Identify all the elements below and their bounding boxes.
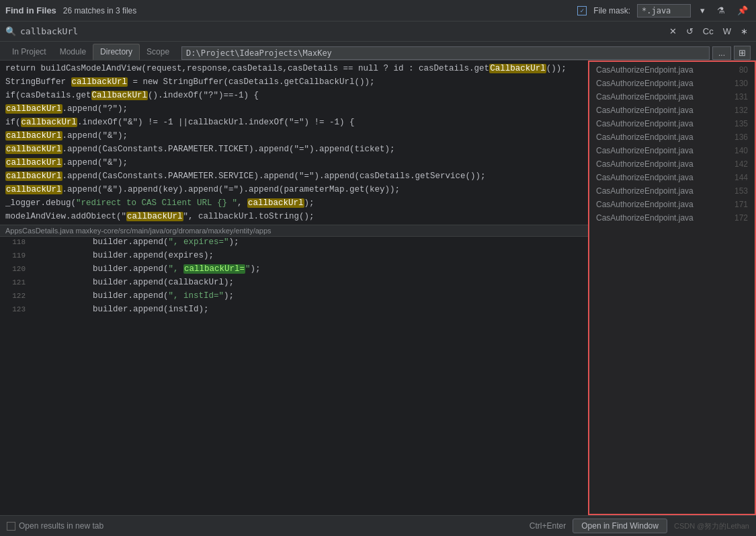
find-toolbar: Find in Files 26 matches in 3 files ✓ Fi… (0, 0, 756, 22)
file-separator: AppsCasDetails.java maxkey-core/src/main… (0, 225, 588, 237)
browse-button[interactable]: ... (712, 46, 731, 60)
file-list-item[interactable]: CasAuthorizeEndpoint.java 144 (589, 171, 755, 184)
file-list-item[interactable]: CasAuthorizeEndpoint.java 140 (589, 144, 755, 157)
refresh-button[interactable]: ↺ (683, 25, 696, 38)
pin-button[interactable]: 📌 (734, 4, 751, 17)
watermark: CSDN @努力的Lethan (674, 521, 749, 531)
code-line: _logger.debug("redirect to CAS Client UR… (0, 198, 588, 211)
case-sensitive-button[interactable]: Cc (700, 25, 716, 38)
regex-button[interactable]: ∗ (738, 25, 751, 38)
tab-module[interactable]: Module (53, 44, 93, 61)
separator-filename: AppsCasDetails.java (5, 227, 74, 235)
code-panel[interactable]: return buildCasModelAndView(request,resp… (0, 61, 588, 515)
tab-scope[interactable]: Scope (140, 44, 176, 61)
code-line-118: 118 builder.append(", expires="); (0, 237, 588, 250)
file-mask-label: File mask: (593, 6, 630, 15)
code-line: callbackUrl.append("&").append(key).appe… (0, 184, 588, 198)
separator-path-text: maxkey-core/src/main/java/org/dromara/ma… (76, 227, 271, 235)
code-line: callbackUrl.append("&"); (0, 130, 588, 144)
file-mask-dropdown[interactable]: ▾ (698, 4, 708, 17)
main-content: return buildCasModelAndView(request,resp… (0, 61, 756, 515)
code-line: modelAndView.addObiect("callbackUrl", ca… (0, 211, 588, 225)
code-line: if(callbackUrl.indexOf("&") != -1 ||call… (0, 117, 588, 130)
code-line: return buildCasModelAndView(request,resp… (0, 63, 588, 77)
tab-in-project[interactable]: In Project (5, 44, 53, 61)
code-line-122: 122 builder.append(", instId="); (0, 291, 588, 304)
file-list-item[interactable]: CasAuthorizeEndpoint.java 136 (589, 130, 755, 144)
file-list-panel[interactable]: CasAuthorizeEndpoint.java 80 CasAuthoriz… (588, 61, 756, 515)
search-query: callbackUrl (20, 26, 339, 36)
search-icon: 🔍 (5, 26, 16, 37)
match-count: 26 matches in 3 files (63, 6, 136, 15)
file-list-item[interactable]: CasAuthorizeEndpoint.java 142 (589, 157, 755, 171)
file-list-item[interactable]: CasAuthorizeEndpoint.java 80 (589, 63, 755, 77)
file-list-item[interactable]: CasAuthorizeEndpoint.java 153 (589, 184, 755, 198)
code-line-120: 120 builder.append(", callbackUrl="); (0, 264, 588, 277)
code-line: StringBuffer callbackUrl = new StringBuf… (0, 77, 588, 90)
code-line: callbackUrl.append("&"); (0, 157, 588, 171)
code-line: callbackUrl.append("?"); (0, 104, 588, 117)
file-list-item[interactable]: CasAuthorizeEndpoint.java 172 (589, 211, 755, 225)
directory-path-input[interactable] (181, 46, 710, 60)
file-mask-input[interactable] (637, 4, 691, 17)
file-list-item[interactable]: CasAuthorizeEndpoint.java 131 (589, 90, 755, 104)
code-line: if(casDetails.getCallbackUrl().indexOf("… (0, 90, 588, 104)
code-line: callbackUrl.append(CasConstants.PARAMETE… (0, 144, 588, 157)
whole-word-button[interactable]: W (720, 25, 734, 38)
code-line-119: 119 builder.append(expires); (0, 250, 588, 264)
close-search-button[interactable]: ✕ (667, 25, 679, 38)
open-new-tab-label[interactable]: Open results in new tab (7, 521, 103, 531)
layout-button[interactable]: ⊞ (734, 46, 751, 60)
checkbox-file-mask[interactable]: ✓ (577, 6, 587, 15)
code-line-121: 121 builder.append(callbackUrl); (0, 277, 588, 291)
search-bar: 🔍 callbackUrl ✕ ↺ Cc W ∗ (0, 22, 756, 42)
open-new-tab-checkbox[interactable] (7, 522, 15, 531)
find-title: Find in Files (5, 5, 56, 15)
shortcut-label: Ctrl+Enter (530, 521, 566, 531)
file-list-item[interactable]: CasAuthorizeEndpoint.java 135 (589, 117, 755, 130)
file-list-item[interactable]: CasAuthorizeEndpoint.java 171 (589, 198, 755, 211)
tabs-row: In Project Module Directory Scope ... ⊞ (0, 42, 756, 61)
open-in-find-window-button[interactable]: Open in Find Window (573, 519, 667, 533)
tab-directory[interactable]: Directory (93, 44, 140, 61)
bottom-bar: Open results in new tab Ctrl+Enter Open … (0, 515, 756, 536)
file-list-item[interactable]: CasAuthorizeEndpoint.java 132 (589, 104, 755, 117)
filter-button[interactable]: ⚗ (714, 4, 728, 17)
file-list-item[interactable]: CasAuthorizeEndpoint.java 130 (589, 77, 755, 90)
code-line-123: 123 builder.append(instId); (0, 304, 588, 317)
code-line: callbackUrl.append(CasConstants.PARAMETE… (0, 171, 588, 184)
